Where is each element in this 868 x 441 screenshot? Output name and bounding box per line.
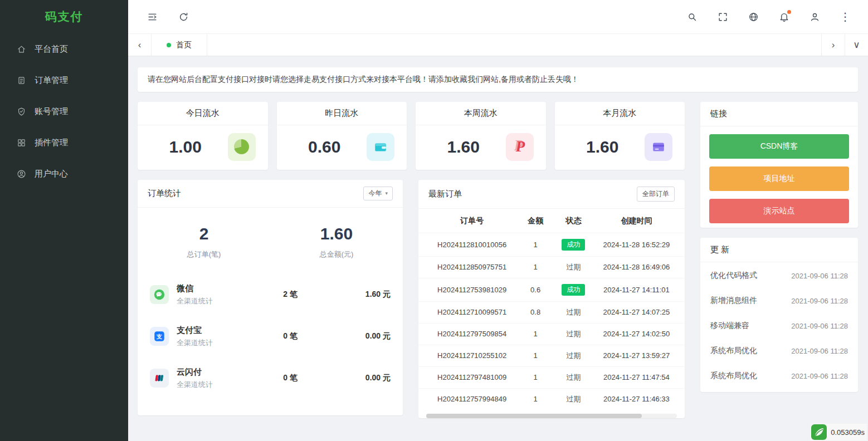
tabs-next-button[interactable]: › <box>821 34 845 56</box>
channel-name: 微信 <box>177 283 213 294</box>
update-label: 系统布局优化 <box>710 371 757 381</box>
stat-title: 本周流水 <box>416 102 546 125</box>
col-amount: 金额 <box>519 216 552 226</box>
all-orders-button[interactable]: 全部订单 <box>637 187 675 202</box>
status-badge: 成功 <box>562 284 585 296</box>
horizontal-scrollbar[interactable] <box>426 414 677 418</box>
pear-logo-icon <box>811 424 827 440</box>
update-list: 优化代码格式 2021-09-06 11:28 新增消息组件 2021-09-0… <box>700 262 858 392</box>
channel-amount: 0.00 元 <box>324 373 391 383</box>
order-icon <box>17 76 26 85</box>
channel-row-wechat: 微信 全渠道统计 2 笔 1.60 元 <box>150 274 391 316</box>
year-range-select[interactable]: 今年 ▾ <box>363 187 393 200</box>
order-id: H2024112810010056 <box>425 241 519 249</box>
sidebar-item-accounts[interactable]: 账号管理 <box>0 96 128 127</box>
order-amount: 1 <box>519 263 552 271</box>
notice-bar: 请在您网站后台配置支付接口对接时请您选择走易支付接口方式来对接本平台哦！请添加收… <box>138 67 858 92</box>
channel-desc: 全渠道统计 <box>177 338 213 348</box>
fullscreen-button[interactable] <box>713 7 732 26</box>
update-date: 2021-09-06 11:28 <box>791 347 848 355</box>
total-orders-block: 2 总订单(笔) <box>138 224 270 259</box>
sidebar-item-home[interactable]: 平台首页 <box>0 33 128 65</box>
profile-button[interactable] <box>805 7 824 26</box>
page-content: 请在您网站后台配置支付接口对接时请您选择走易支付接口方式来对接本平台哦！请添加收… <box>128 56 868 441</box>
total-amount-value: 1.60 <box>270 224 403 243</box>
status-text: 过期 <box>552 329 595 339</box>
list-item: 系统布局优化 2021-09-06 11:28 <box>710 364 848 389</box>
stat-value: 1.00 <box>143 138 228 156</box>
search-button[interactable] <box>682 7 701 26</box>
user-icon <box>810 12 820 22</box>
latest-orders-title: 最新订单 <box>428 189 462 199</box>
order-time: 2024-11-27 14:02:50 <box>595 330 678 338</box>
table-row: H2024112797481009 1 过期 2024-11-27 11:47:… <box>418 366 685 388</box>
refresh-button[interactable] <box>174 7 193 26</box>
channel-row-alipay: 支 支付宝 全渠道统计 0 笔 0.00 元 <box>150 316 391 357</box>
app-logo-text: 码支付 <box>45 9 84 24</box>
sidebar-item-label: 订单管理 <box>35 75 68 86</box>
channel-name: 支付宝 <box>177 325 213 336</box>
channel-amount: 0.00 元 <box>324 331 391 341</box>
table-row: H2024112710255102 1 过期 2024-11-27 13:59:… <box>418 345 685 366</box>
tab-label: 首页 <box>176 40 192 50</box>
right-column: 链接 CSDN博客 项目地址 演示站点 更 新 优化代码格式 <box>700 102 858 418</box>
list-item: 移动端兼容 2021-09-06 11:28 <box>710 313 848 339</box>
total-orders-label: 总订单(笔) <box>138 249 270 259</box>
order-time: 2024-11-27 11:46:33 <box>595 395 678 403</box>
refresh-icon <box>178 12 189 22</box>
list-item: 系统布局优化 2021-09-06 11:28 <box>710 339 848 364</box>
channel-name: 云闪付 <box>177 367 213 378</box>
globe-icon <box>748 12 759 22</box>
sidebar: 码支付 平台首页 订单管理 账号管理 插件管理 用户中心 <box>0 0 128 441</box>
sidebar-item-label: 用户中心 <box>35 169 68 179</box>
unionpay-icon <box>150 369 169 388</box>
table-row: H2024112797509854 1 过期 2024-11-27 14:02:… <box>418 323 685 345</box>
tab-home[interactable]: 首页 <box>152 34 207 56</box>
links-title: 链接 <box>710 109 727 119</box>
sidebar-item-plugins[interactable]: 插件管理 <box>0 127 128 158</box>
stat-card-today: 今日流水 1.00 <box>138 102 268 170</box>
order-id: H2024112710099571 <box>425 308 519 316</box>
update-label: 系统布局优化 <box>710 346 757 356</box>
order-amount: 0.6 <box>519 286 552 294</box>
collapse-sidebar-button[interactable] <box>143 7 162 26</box>
status-text: 过期 <box>552 262 595 272</box>
table-row: H2024112850975751 1 过期 2024-11-28 16:49:… <box>418 256 685 278</box>
main-area: ⋮ ‹ 首页 › ∨ 请在您网站后台配置支付接口对接时请您选择走易支付接口方式来… <box>128 0 868 441</box>
stat-title: 今日流水 <box>138 102 268 125</box>
sidebar-item-label: 账号管理 <box>35 106 68 117</box>
updates-card: 更 新 优化代码格式 2021-09-06 11:28 新增消息组件 2021-… <box>700 238 858 392</box>
sidebar-item-user-center[interactable]: 用户中心 <box>0 158 128 189</box>
order-time: 2024-11-27 14:07:25 <box>595 308 678 316</box>
notifications-button[interactable] <box>774 7 793 26</box>
tabs-dropdown-button[interactable]: ∨ <box>845 34 868 56</box>
channel-desc: 全渠道统计 <box>177 296 213 306</box>
csdn-blog-button[interactable]: CSDN博客 <box>709 134 849 159</box>
bank-card-icon <box>645 133 672 161</box>
app-root: 码支付 平台首页 订单管理 账号管理 插件管理 用户中心 <box>0 0 868 441</box>
order-stats-title: 订单统计 <box>148 188 181 199</box>
search-icon <box>687 12 698 22</box>
demo-site-button[interactable]: 演示站点 <box>709 199 849 223</box>
channel-desc: 全渠道统计 <box>177 380 213 390</box>
stat-value: 0.60 <box>282 138 367 156</box>
tabs-prev-button[interactable]: ‹ <box>128 34 152 56</box>
more-menu-button[interactable]: ⋮ <box>836 7 855 26</box>
col-status: 状态 <box>552 216 595 226</box>
channel-count: 2 笔 <box>257 290 324 300</box>
order-amount: 1 <box>519 351 552 360</box>
tab-bar: ‹ 首页 › ∨ <box>128 33 868 56</box>
alipay-icon: 支 <box>150 327 169 346</box>
scrollbar-thumb[interactable] <box>426 414 642 418</box>
orders-table-header: 订单号 金额 状态 创建时间 <box>418 209 685 233</box>
project-url-button[interactable]: 项目地址 <box>709 166 849 191</box>
notification-dot <box>787 10 791 14</box>
col-order-id: 订单号 <box>425 216 519 226</box>
update-date: 2021-09-06 11:28 <box>791 372 848 380</box>
table-row: H2024112757994849 1 过期 2024-11-27 11:46:… <box>418 388 685 410</box>
kebab-menu-icon: ⋮ <box>840 11 851 22</box>
load-time-badge: 0.053059s <box>811 424 867 440</box>
language-button[interactable] <box>744 7 763 26</box>
sidebar-item-orders[interactable]: 订单管理 <box>0 65 128 96</box>
sidebar-item-label: 平台首页 <box>35 44 68 55</box>
